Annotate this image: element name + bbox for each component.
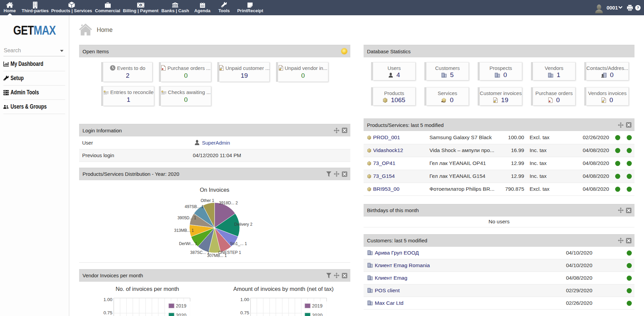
svg-text:Other 1: Other 1 bbox=[201, 198, 214, 203]
svg-text:3918D... 2: 3918D... 2 bbox=[219, 201, 238, 205]
svg-text:0: 0 bbox=[140, 3, 141, 6]
svg-text:0.75: 0.75 bbox=[240, 310, 249, 315]
svg-text:387SC... 1: 387SC... 1 bbox=[190, 250, 209, 255]
svg-text:1.00: 1.00 bbox=[240, 297, 249, 302]
svg-text:0.75: 0.75 bbox=[104, 310, 112, 315]
svg-text:497SB... 1: 497SB... 1 bbox=[185, 204, 204, 209]
svg-text:Amount of invoices by month (n: Amount of invoices by month (net of tax) bbox=[233, 286, 333, 292]
svg-text:On Invoices: On Invoices bbox=[200, 187, 229, 193]
svg-text:307MB... 1: 307MB... 1 bbox=[207, 253, 227, 258]
svg-text:Delivery 2: Delivery 2 bbox=[234, 222, 253, 227]
svg-text:1.00: 1.00 bbox=[104, 297, 112, 302]
svg-text:313MB... 1: 313MB... 1 bbox=[174, 228, 194, 233]
svg-text:?: ? bbox=[637, 5, 639, 10]
svg-text:2019: 2019 bbox=[312, 303, 323, 309]
svg-text:3905D... 1: 3905D... 1 bbox=[178, 216, 197, 220]
svg-text:DerWr... 1: DerWr... 1 bbox=[179, 241, 197, 246]
svg-text:2020: 2020 bbox=[176, 313, 186, 316]
svg-text:No. of invoices per month: No. of invoices per month bbox=[115, 286, 179, 292]
svg-text:5in1_... 1: 5in1_... 1 bbox=[230, 241, 247, 246]
svg-text:2019: 2019 bbox=[176, 303, 186, 309]
svg-text:2020: 2020 bbox=[312, 313, 323, 316]
